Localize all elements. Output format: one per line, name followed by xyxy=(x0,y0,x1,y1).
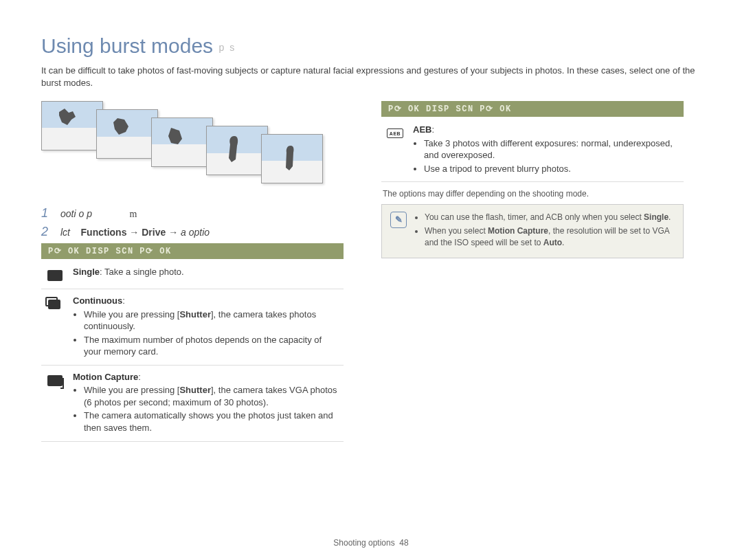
footer-section: Shooting options xyxy=(333,538,394,548)
option-after-label: : xyxy=(138,372,141,382)
status-bar-right: P⟳ OK DISP SCN P⟳ OK xyxy=(381,101,684,117)
step-number: 2 xyxy=(41,225,52,239)
info-item: When you select Motion Capture, the reso… xyxy=(425,225,675,247)
thumb-2 xyxy=(96,109,158,159)
option-label: Single xyxy=(73,267,100,277)
option-bullet: Use a tripod to prevent blurry photos. xyxy=(424,163,679,175)
option-bullet: The maximum number of photos depends on … xyxy=(84,334,339,358)
step-number: 1 xyxy=(41,206,52,221)
motion-icon xyxy=(45,373,65,388)
burst-thumbnails xyxy=(41,101,344,194)
option-bullet: Take 3 photos with different exposures: … xyxy=(424,137,679,161)
option-label: Continuous xyxy=(73,295,122,306)
option-body: Motion Capture:While you are pressing [S… xyxy=(73,371,339,436)
info-box: ✎ You can use the flash, timer, and ACB … xyxy=(381,204,684,258)
thumb-3 xyxy=(151,117,213,167)
option-bullet: While you are pressing [Shutter], the ca… xyxy=(84,309,339,333)
option-row-single: Single: Take a single photo. xyxy=(41,260,344,289)
option-row-motion: Motion Capture:While you are pressing [S… xyxy=(41,366,344,442)
option-after-label: : xyxy=(431,124,434,135)
options-note: The options may differ depending on the … xyxy=(383,189,682,199)
option-body: Continuous:While you are pressing [Shutt… xyxy=(73,295,339,359)
option-row-cont: Continuous:While you are pressing [Shutt… xyxy=(41,289,344,366)
single-icon xyxy=(45,268,65,283)
option-label: AEB xyxy=(413,124,431,135)
option-body: AEB:Take 3 photos with different exposur… xyxy=(413,124,679,176)
thumb-5 xyxy=(261,134,323,183)
thumb-1 xyxy=(41,101,103,150)
step-1: 1 ooti o p m xyxy=(41,206,344,221)
aeb-icon: AEB xyxy=(385,126,405,141)
option-bullet: The camera automatically shows you the p… xyxy=(84,410,339,434)
title-text: Using burst modes xyxy=(41,34,213,57)
title-mode-icons: p s xyxy=(218,42,236,53)
intro-text: It can be difficult to take photos of fa… xyxy=(41,65,701,89)
cont-icon xyxy=(45,297,65,312)
step-text: ooti o p m xyxy=(60,208,137,220)
thumb-4 xyxy=(206,126,268,175)
note-icon: ✎ xyxy=(390,212,407,228)
info-item: You can use the flash, timer, and ACB on… xyxy=(425,212,675,223)
step-text: lct Functions → Drive → a optio xyxy=(60,227,210,238)
option-label: Motion Capture xyxy=(73,372,138,382)
option-bullet: While you are pressing [Shutter], the ca… xyxy=(84,384,339,408)
page-footer: Shooting options 48 xyxy=(0,538,742,548)
info-list: You can use the flash, timer, and ACB on… xyxy=(425,212,675,251)
step-2: 2 lct Functions → Drive → a optio xyxy=(41,225,344,239)
footer-page: 48 xyxy=(399,538,408,548)
option-row-aeb: AEBAEB:Take 3 photos with different expo… xyxy=(381,118,684,182)
option-after-label: : xyxy=(122,295,125,306)
page-title: Using burst modes p s xyxy=(41,34,701,58)
status-bar-left: P⟳ OK DISP SCN P⟳ OK xyxy=(41,243,344,259)
option-body: Single: Take a single photo. xyxy=(73,266,339,278)
option-after-label: : Take a single photo. xyxy=(100,267,184,277)
